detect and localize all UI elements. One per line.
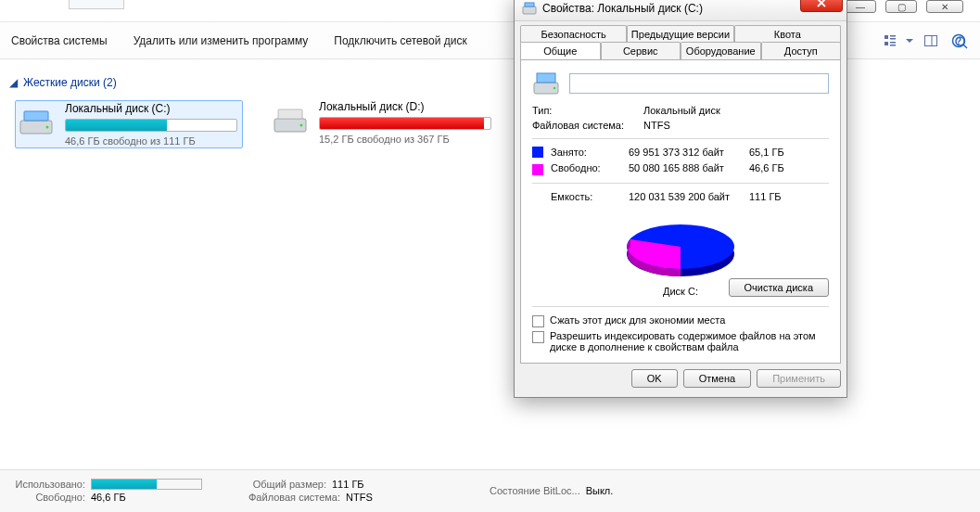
status-bitlocker-value: Выкл. (586, 485, 614, 496)
preview-thumb (69, 0, 124, 9)
used-color-swatch (532, 147, 543, 158)
drive-icon (271, 104, 310, 137)
pie-chart (606, 210, 755, 284)
apply-button[interactable]: Применить (757, 369, 841, 388)
free-gb: 46,6 ГБ (749, 162, 829, 173)
tab-general[interactable]: Общие (520, 42, 601, 59)
collapse-triangle-icon: ◢ (9, 76, 18, 89)
svg-line-1 (963, 45, 967, 48)
usage-bar (65, 119, 237, 132)
map-network-drive-link[interactable]: Подключить сетевой диск (334, 34, 466, 47)
svg-rect-3 (890, 35, 896, 37)
status-strip: Использовано: Свободно:46,6 ГБ Общий раз… (0, 469, 980, 512)
dialog-titlebar[interactable]: Свойства: Локальный диск (C:) (515, 0, 846, 21)
tab-panel-general: Тип:Локальный диск Файловая система:NTFS… (520, 59, 841, 364)
status-total-value: 111 ГБ (332, 479, 364, 490)
tab-tools[interactable]: Сервис (601, 42, 681, 59)
drive-free-text: 46,6 ГБ свободно из 111 ГБ (65, 135, 241, 147)
used-gb: 65,1 ГБ (749, 147, 829, 158)
svg-rect-13 (24, 111, 48, 121)
svg-rect-2 (885, 35, 888, 39)
tab-quota[interactable]: Квота (734, 25, 841, 43)
dialog-close-button[interactable] (800, 0, 843, 12)
used-bytes: 69 951 373 312 байт (629, 147, 749, 158)
fs-label: Файловая система: (532, 120, 643, 131)
svg-rect-19 (525, 3, 534, 6)
capacity-bytes: 120 031 539 200 байт (629, 191, 749, 202)
system-properties-link[interactable]: Свойства системы (11, 34, 108, 47)
drive-name: Локальный диск (C:) (65, 102, 241, 115)
drive-icon (522, 1, 537, 16)
status-bitlocker-label: Состояние BitLoc... (490, 485, 580, 496)
close-icon (816, 0, 827, 7)
drive-icon (17, 106, 56, 139)
svg-rect-18 (523, 6, 536, 14)
status-fs-value: NTFS (346, 492, 373, 503)
svg-rect-8 (925, 35, 937, 45)
compress-label: Сжать этот диск для экономии места (550, 314, 725, 326)
pie-label: Диск C: (663, 286, 698, 297)
drive-tile-d[interactable]: Локальный диск (D:) 15,2 ГБ свободно из … (271, 100, 499, 148)
svg-rect-16 (278, 109, 302, 119)
minimize-button[interactable]: — (845, 0, 876, 13)
index-label: Разрешить индексировать содержимое файло… (550, 330, 829, 352)
type-label: Тип: (532, 105, 643, 116)
status-free-label: Свободно: (7, 492, 85, 503)
tab-sharing[interactable]: Доступ (761, 42, 842, 59)
drive-tile-c[interactable]: Локальный диск (C:) 46,6 ГБ свободно из … (15, 100, 243, 148)
status-total-label: Общий размер: (248, 479, 326, 490)
volume-label-input[interactable] (569, 73, 829, 94)
compress-checkbox[interactable] (532, 315, 544, 327)
svg-rect-6 (890, 42, 896, 44)
close-button[interactable]: ✕ (926, 0, 963, 13)
search-icon[interactable] (954, 35, 969, 53)
svg-point-14 (46, 126, 49, 129)
tab-security[interactable]: Безопасность (520, 25, 627, 43)
status-free-value: 46,6 ГБ (91, 492, 126, 503)
svg-rect-5 (885, 42, 888, 45)
index-checkbox[interactable] (532, 331, 544, 343)
cancel-button[interactable]: Отмена (683, 369, 751, 388)
svg-point-17 (300, 124, 303, 127)
preview-pane-icon[interactable] (921, 31, 941, 51)
drive-free-text: 15,2 ГБ свободно из 367 ГБ (319, 134, 499, 145)
dialog-title-text: Свойства: Локальный диск (C:) (542, 2, 703, 15)
svg-rect-4 (890, 38, 896, 40)
view-options-icon[interactable] (880, 31, 900, 51)
svg-rect-7 (890, 45, 896, 46)
capacity-label: Емкость: (551, 191, 629, 202)
window-controls: — ▢ ✕ (845, 0, 963, 13)
free-label: Свободно: (551, 162, 629, 173)
used-label: Занято: (551, 147, 629, 158)
ok-button[interactable]: OK (631, 369, 678, 388)
svg-point-0 (956, 37, 964, 45)
status-fs-label: Файловая система: (248, 492, 340, 503)
fs-value: NTFS (643, 120, 670, 131)
drive-name: Локальный диск (D:) (319, 100, 499, 113)
properties-dialog: Свойства: Локальный диск (C:) Безопаснос… (514, 0, 847, 398)
maximize-button[interactable]: ▢ (885, 0, 917, 13)
status-used-bar (91, 479, 202, 490)
status-used-label: Использовано: (7, 479, 85, 490)
svg-rect-21 (537, 73, 555, 83)
usage-bar (319, 117, 491, 130)
capacity-gb: 111 ГБ (749, 191, 829, 202)
svg-point-22 (554, 87, 556, 90)
drive-icon (532, 70, 560, 97)
free-bytes: 50 080 165 888 байт (629, 162, 749, 173)
tab-hardware[interactable]: Оборудование (681, 42, 761, 59)
free-color-swatch (532, 164, 543, 175)
tab-previous-versions[interactable]: Предыдущие версии (627, 25, 733, 43)
chevron-down-icon[interactable] (906, 39, 913, 43)
type-value: Локальный диск (643, 105, 720, 116)
uninstall-program-link[interactable]: Удалить или изменить программу (134, 34, 309, 47)
